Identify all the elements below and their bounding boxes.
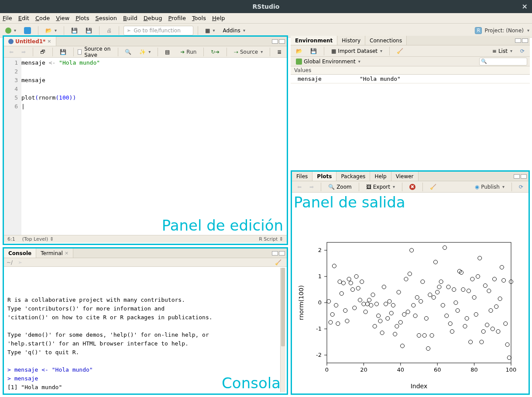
open-file-button[interactable]: 📂▾ <box>43 27 59 35</box>
svg-point-118 <box>498 297 502 301</box>
console-minimize-icon[interactable] <box>272 251 278 255</box>
editor-back-button[interactable]: ⬅ <box>7 48 16 56</box>
terminal-tab[interactable]: Terminal× <box>36 249 73 258</box>
env-maximize-icon[interactable] <box>522 38 528 43</box>
remove-plot-button[interactable]: ✖ <box>407 183 418 191</box>
clear-plots-button[interactable]: 🧹 <box>427 183 439 191</box>
load-workspace-button[interactable]: 📂 <box>293 47 305 55</box>
run-button[interactable]: ➔ Run <box>178 48 199 56</box>
find-button[interactable]: 🔍 <box>122 48 134 56</box>
svg-point-50 <box>373 325 377 328</box>
zoom-button[interactable]: 🔍 Zoom <box>326 183 354 191</box>
editor-minimize-icon[interactable] <box>272 39 278 44</box>
plot-next-button[interactable]: ➡ <box>307 183 316 191</box>
editor-maximize-icon[interactable] <box>279 39 285 44</box>
menu-help[interactable]: Help <box>212 15 225 21</box>
plot-prev-button[interactable]: ⬅ <box>295 183 304 191</box>
env-scope-selector[interactable]: Global Environment▾ <box>293 58 363 66</box>
env-row[interactable]: mensaje"Hola mundo" <box>291 75 530 83</box>
svg-text:rnorm(100): rnorm(100) <box>298 285 305 320</box>
console-cwd-go-icon[interactable]: ➣ <box>15 259 25 266</box>
svg-point-117 <box>496 330 500 334</box>
menu-profile[interactable]: Profile <box>168 15 185 21</box>
go-to-file-input[interactable]: ➣ Go to file/function <box>124 26 193 35</box>
project-menu[interactable]: R Project: (None) ▾ <box>475 27 529 34</box>
outline-button[interactable]: ≣ <box>275 48 284 56</box>
close-tab-icon[interactable]: × <box>47 38 51 44</box>
svg-point-37 <box>349 281 353 285</box>
magic-wand-button[interactable]: ✨▾ <box>137 48 153 56</box>
notebook-button[interactable]: ▤ <box>162 48 172 56</box>
svg-point-89 <box>445 314 449 318</box>
env-refresh-button[interactable]: ⟳ <box>518 47 527 55</box>
console-maximize-icon[interactable] <box>279 251 285 255</box>
svg-point-36 <box>347 277 351 281</box>
svg-point-68 <box>406 310 410 314</box>
new-project-button[interactable] <box>21 26 34 35</box>
menu-view[interactable]: View <box>56 15 69 21</box>
console-output[interactable]: R is a collaborative project with many c… <box>4 267 287 393</box>
new-file-button[interactable]: ▾ <box>3 27 19 35</box>
svg-point-56 <box>384 302 388 306</box>
window-close-button[interactable]: × <box>522 0 528 13</box>
svg-point-114 <box>491 327 494 331</box>
source-button[interactable]: ⇢ Source▾ <box>231 48 265 56</box>
plots-tab[interactable]: Plots <box>312 172 336 181</box>
svg-point-79 <box>426 347 430 351</box>
output-maximize-icon[interactable] <box>521 174 527 179</box>
env-minimize-icon[interactable] <box>515 38 521 43</box>
scope-selector[interactable]: (Top Level) ⇕ <box>22 236 54 242</box>
save-workspace-button[interactable]: 💾 <box>308 47 319 55</box>
grid-button[interactable]: ▦▾ <box>203 27 217 35</box>
terminal-close-icon[interactable]: × <box>65 250 69 256</box>
connections-tab[interactable]: Connections <box>365 36 407 45</box>
menu-file[interactable]: File <box>3 15 12 21</box>
menu-build[interactable]: Build <box>123 15 137 21</box>
show-in-new-window-button[interactable]: 🗗 <box>38 48 48 56</box>
print-button[interactable]: 🖨 <box>104 27 114 35</box>
env-view-mode[interactable]: ≡ List▾ <box>490 47 515 55</box>
import-dataset-button[interactable]: ▦ Import Dataset▾ <box>329 47 385 55</box>
editor-code-area[interactable]: mensaje <- "Hola mundo"mensajeplot(rnorm… <box>21 58 287 235</box>
addins-menu[interactable]: Addins▾ <box>220 27 247 35</box>
clear-env-button[interactable]: 🧹 <box>394 47 406 55</box>
editor-file-tab[interactable]: Untitled1* × <box>4 37 56 46</box>
rerun-button[interactable]: ↻➔ <box>208 48 222 56</box>
svg-point-73 <box>415 296 419 300</box>
svg-point-55 <box>382 285 386 289</box>
editor-fwd-button[interactable]: ➡ <box>19 48 28 56</box>
viewer-tab[interactable]: Viewer <box>391 172 419 181</box>
editor-save-button[interactable]: 💾 <box>57 48 69 56</box>
plots-refresh-button[interactable]: ⟳ <box>516 183 526 191</box>
output-minimize-icon[interactable] <box>514 174 520 179</box>
svg-text:0: 0 <box>325 366 329 373</box>
clear-console-button[interactable]: 🧹 <box>272 259 284 266</box>
menu-plots[interactable]: Plots <box>76 15 89 21</box>
svg-point-85 <box>437 285 441 289</box>
menu-code[interactable]: Code <box>35 15 50 21</box>
environment-tab[interactable]: Environment <box>291 36 337 45</box>
source-on-save-checkbox[interactable] <box>78 49 82 55</box>
files-tab[interactable]: Files <box>292 172 312 181</box>
history-tab[interactable]: History <box>337 36 365 45</box>
menu-edit[interactable]: Edit <box>18 15 29 21</box>
r-file-icon <box>8 39 14 44</box>
save-button[interactable]: 💾 <box>69 27 80 35</box>
console-tab[interactable]: Console <box>4 249 36 258</box>
export-button[interactable]: 🖼 Export▾ <box>364 183 398 191</box>
file-type-selector[interactable]: R Script ⇕ <box>259 236 283 242</box>
console-scrollbar[interactable] <box>280 268 285 392</box>
menu-debug[interactable]: Debug <box>144 15 162 21</box>
svg-point-71 <box>412 304 415 307</box>
go-arrow-icon: ➣ <box>127 28 131 34</box>
svg-text:80: 80 <box>470 366 478 373</box>
packages-tab[interactable]: Packages <box>336 172 370 181</box>
publish-button[interactable]: ◉ Publish▾ <box>472 183 507 191</box>
help-tab[interactable]: Help <box>370 172 391 181</box>
editor-pane: Untitled1* × ⬅ ➡ 🗗 💾 Source on Save 🔍 ✨▾… <box>3 35 288 245</box>
svg-point-63 <box>397 290 401 294</box>
menu-session[interactable]: Session <box>95 15 117 21</box>
menu-tools[interactable]: Tools <box>192 15 206 21</box>
save-all-button[interactable]: 💾 <box>83 27 95 35</box>
globe-icon <box>296 59 302 65</box>
